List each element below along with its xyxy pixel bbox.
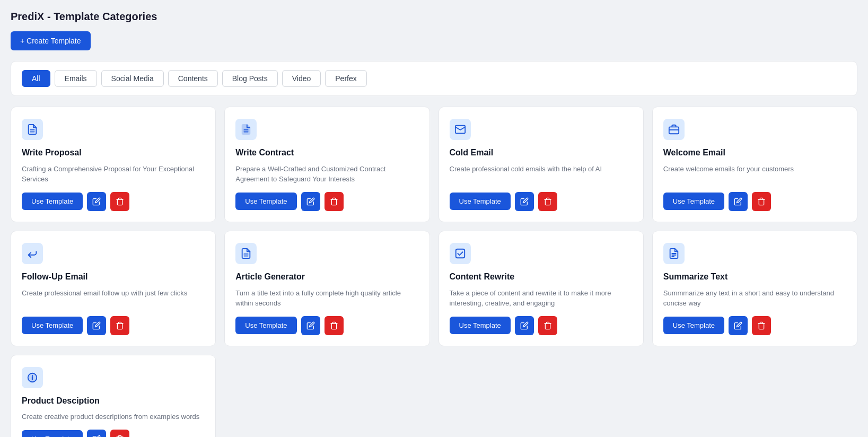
filter-bar: AllEmailsSocial MediaContentsBlog PostsV… (11, 61, 857, 96)
svg-point-15 (32, 374, 33, 375)
card-desc-write-proposal: Crafting a Comprehensive Proposal for Yo… (22, 164, 205, 185)
delete-template-button-cold-email[interactable] (538, 192, 557, 211)
card-title-article-generator: Article Generator (235, 272, 418, 283)
delete-template-button-write-contract[interactable] (325, 192, 344, 211)
delete-template-button-welcome-email[interactable] (752, 192, 771, 211)
template-card-write-proposal: Write Proposal Crafting a Comprehensive … (11, 107, 216, 222)
template-card-welcome-email: Welcome Email Create welcome emails for … (652, 107, 857, 222)
use-template-button-product-description[interactable]: Use Template (22, 430, 83, 437)
card-desc-content-rewrite: Take a piece of content and rewrite it t… (450, 288, 633, 309)
info-icon (22, 367, 43, 388)
template-card-content-rewrite: Content Rewrite Take a piece of content … (439, 231, 644, 346)
delete-template-button-write-proposal[interactable] (110, 192, 129, 211)
card-desc-welcome-email: Create welcome emails for your customers (663, 164, 846, 185)
template-card-follow-up-email: Follow-Up Email Create professional emai… (11, 231, 216, 346)
cards-grid: Write Proposal Crafting a Comprehensive … (11, 107, 857, 437)
template-card-summarize-text: Summarize Text Summmarize any text in a … (652, 231, 857, 346)
use-template-button-follow-up-email[interactable]: Use Template (22, 317, 83, 334)
edit-template-button-product-description[interactable] (87, 430, 106, 437)
filter-btn-video[interactable]: Video (282, 70, 321, 87)
edit-template-button-welcome-email[interactable] (729, 192, 748, 211)
page-title: PrediX - Template Categories (11, 11, 857, 23)
briefcase-icon (663, 119, 685, 140)
delete-template-button-summarize-text[interactable] (752, 316, 771, 335)
filter-btn-emails[interactable]: Emails (55, 70, 97, 87)
template-card-write-contract: Write Contract Prepare a Well-Crafted an… (224, 107, 429, 222)
card-desc-follow-up-email: Create professional email follow up with… (22, 288, 205, 309)
edit-template-button-write-proposal[interactable] (87, 192, 106, 211)
card-actions-article-generator: Use Template (235, 316, 418, 335)
document-icon (22, 119, 43, 140)
template-card-cold-email: Cold Email Create professional cold emai… (439, 107, 644, 222)
card-actions-write-contract: Use Template (235, 192, 418, 211)
delete-template-button-article-generator[interactable] (325, 316, 344, 335)
document-filled-icon (235, 119, 257, 140)
filter-btn-contents[interactable]: Contents (168, 70, 218, 87)
delete-template-button-product-description[interactable] (110, 430, 129, 437)
card-title-cold-email: Cold Email (450, 147, 633, 159)
card-actions-product-description: Use Template (22, 430, 205, 437)
use-template-button-write-contract[interactable]: Use Template (235, 193, 296, 210)
svg-rect-5 (669, 127, 679, 134)
use-template-button-welcome-email[interactable]: Use Template (663, 193, 724, 210)
card-title-product-description: Product Desciption (22, 396, 205, 407)
use-template-button-article-generator[interactable]: Use Template (235, 317, 296, 334)
filter-btn-all[interactable]: All (22, 70, 50, 87)
reply-icon (22, 243, 43, 264)
checkbox-icon (450, 243, 471, 264)
edit-template-button-content-rewrite[interactable] (515, 316, 534, 335)
edit-template-button-article-generator[interactable] (301, 316, 320, 335)
card-actions-follow-up-email: Use Template (22, 316, 205, 335)
filter-btn-blog-posts[interactable]: Blog Posts (222, 70, 278, 87)
edit-template-button-cold-email[interactable] (515, 192, 534, 211)
card-desc-article-generator: Turn a title text into a fully complete … (235, 288, 418, 309)
use-template-button-write-proposal[interactable]: Use Template (22, 193, 83, 210)
template-card-article-generator: Article Generator Turn a title text into… (224, 231, 429, 346)
edit-template-button-follow-up-email[interactable] (87, 316, 106, 335)
card-actions-cold-email: Use Template (450, 192, 633, 211)
use-template-button-summarize-text[interactable]: Use Template (663, 317, 724, 334)
card-title-write-proposal: Write Proposal (22, 147, 205, 159)
card-actions-write-proposal: Use Template (22, 192, 205, 211)
card-actions-summarize-text: Use Template (663, 316, 846, 335)
email-icon (450, 119, 471, 140)
create-template-button[interactable]: + Create Template (11, 31, 91, 50)
delete-template-button-content-rewrite[interactable] (538, 316, 557, 335)
article-icon (235, 243, 257, 264)
filter-btn-social-media[interactable]: Social Media (101, 70, 164, 87)
card-title-summarize-text: Summarize Text (663, 272, 846, 283)
card-title-write-contract: Write Contract (235, 147, 418, 159)
template-card-product-description: Product Desciption Create creative produ… (11, 355, 216, 437)
card-title-follow-up-email: Follow-Up Email (22, 272, 205, 283)
svg-rect-9 (455, 249, 464, 258)
card-title-content-rewrite: Content Rewrite (450, 272, 633, 283)
card-desc-cold-email: Create professional cold emails with the… (450, 164, 633, 185)
card-actions-welcome-email: Use Template (663, 192, 846, 211)
card-desc-summarize-text: Summmarize any text in a short and easy … (663, 288, 846, 309)
card-title-welcome-email: Welcome Email (663, 147, 846, 159)
card-desc-write-contract: Prepare a Well-Crafted and Customized Co… (235, 164, 418, 185)
card-desc-product-description: Create creative product descriptions fro… (22, 412, 205, 422)
edit-template-button-summarize-text[interactable] (729, 316, 748, 335)
use-template-button-cold-email[interactable]: Use Template (450, 193, 511, 210)
filter-btn-perfex[interactable]: Perfex (325, 70, 366, 87)
use-template-button-content-rewrite[interactable]: Use Template (450, 317, 511, 334)
card-actions-content-rewrite: Use Template (450, 316, 633, 335)
delete-template-button-follow-up-email[interactable] (110, 316, 129, 335)
summarize-icon (663, 243, 685, 264)
edit-template-button-write-contract[interactable] (301, 192, 320, 211)
